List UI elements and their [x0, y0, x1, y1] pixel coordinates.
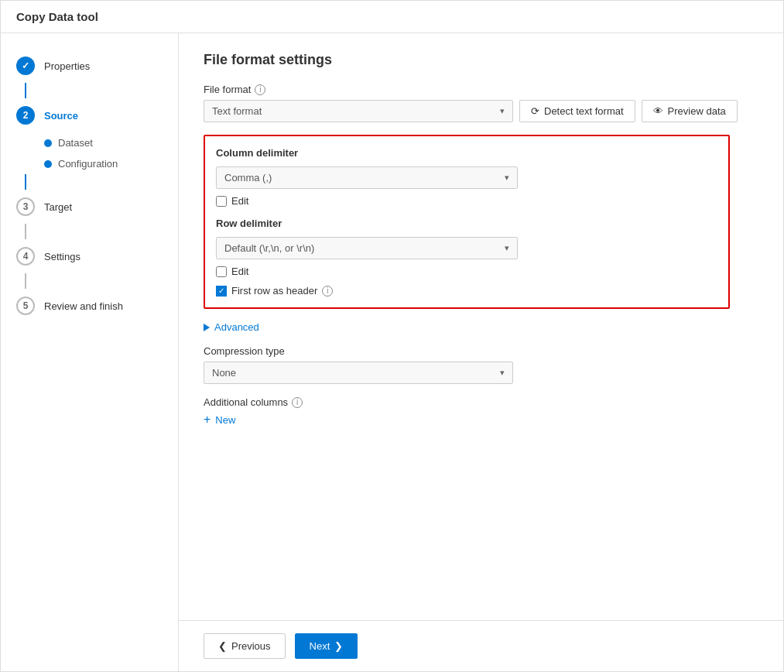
file-format-select[interactable]: Text format ▾ — [204, 100, 513, 122]
step-circle-properties: ✓ — [16, 57, 35, 75]
first-row-header-info-icon[interactable]: i — [322, 286, 333, 297]
first-row-header-label: First row as header — [231, 285, 317, 297]
chevron-right-icon: ❯ — [334, 640, 343, 652]
chevron-left-icon: ❮ — [218, 640, 227, 652]
column-delimiter-label: Column delimiter — [216, 147, 717, 159]
step-circle-target: 3 — [16, 197, 35, 216]
sidebar-label-configuration: Configuration — [58, 158, 118, 170]
column-edit-checkbox-label[interactable]: Edit — [216, 195, 248, 207]
advanced-expand-icon — [204, 324, 210, 331]
sidebar-label-properties: Properties — [44, 60, 90, 72]
step-circle-source: 2 — [16, 106, 35, 125]
step-line-1 — [25, 83, 26, 98]
step-line-3 — [25, 224, 26, 239]
add-column-button[interactable]: + New — [204, 413, 235, 427]
advanced-label: Advanced — [214, 321, 259, 333]
sidebar-label-dataset: Dataset — [58, 137, 93, 149]
additional-columns-info-icon[interactable]: i — [292, 397, 303, 408]
title-bar: Copy Data tool — [1, 1, 783, 33]
delimiter-section: Column delimiter Comma (,) ▾ Edit Row de… — [204, 135, 730, 309]
sidebar-item-review[interactable]: 5 Review and finish — [1, 289, 178, 323]
file-format-info-icon[interactable]: i — [255, 84, 265, 95]
detect-icon: ⟳ — [531, 105, 539, 117]
file-format-label: File format i — [204, 84, 758, 95]
row-edit-checkbox-label[interactable]: Edit — [216, 266, 248, 277]
content-area: File format settings File format i Text … — [179, 33, 783, 671]
row-delimiter-chevron-icon: ▾ — [505, 243, 509, 253]
sidebar-label-target: Target — [44, 201, 72, 213]
row-delimiter-label: Row delimiter — [216, 218, 717, 229]
row-delimiter-select[interactable]: Default (\r,\n, or \r\n) ▾ — [216, 237, 518, 259]
compression-chevron-icon: ▾ — [500, 368, 505, 378]
page-title: File format settings — [204, 52, 758, 68]
sidebar-subitem-dataset[interactable]: Dataset — [1, 132, 178, 153]
advanced-row[interactable]: Advanced — [204, 321, 758, 333]
column-delimiter-chevron-icon: ▾ — [505, 173, 509, 183]
detect-text-format-button[interactable]: ⟳ Detect text format — [519, 100, 635, 122]
row-edit-row: Edit — [216, 266, 717, 277]
file-format-chevron-icon: ▾ — [500, 106, 505, 116]
first-row-header-checkbox[interactable] — [216, 286, 227, 297]
step-circle-settings: 4 — [16, 247, 35, 266]
sidebar-subitem-configuration[interactable]: Configuration — [1, 153, 178, 174]
first-row-header-row: First row as header i — [216, 285, 717, 297]
compression-select[interactable]: None ▾ — [204, 362, 513, 384]
footer: ❮ Previous Next ❯ — [179, 620, 783, 671]
sidebar-item-properties[interactable]: ✓ Properties — [1, 49, 178, 83]
step-circle-review: 5 — [16, 297, 35, 315]
compression-label: Compression type — [204, 345, 758, 357]
next-button[interactable]: Next ❯ — [295, 633, 358, 659]
sidebar-label-source: Source — [44, 110, 78, 122]
sidebar-item-target[interactable]: 3 Target — [1, 190, 178, 224]
column-delimiter-select[interactable]: Comma (,) ▾ — [216, 166, 518, 189]
sidebar-label-review: Review and finish — [44, 300, 123, 312]
plus-icon: + — [204, 413, 211, 427]
previous-button[interactable]: ❮ Previous — [204, 633, 286, 659]
sidebar: ✓ Properties 2 Source Dataset Configurat… — [1, 33, 179, 671]
preview-data-button[interactable]: 👁 Preview data — [642, 100, 738, 122]
column-edit-checkbox[interactable] — [216, 196, 227, 207]
sidebar-label-settings: Settings — [44, 251, 80, 262]
row-edit-checkbox[interactable] — [216, 266, 227, 277]
sub-dot-dataset — [44, 139, 52, 147]
step-line-2 — [25, 174, 26, 190]
sub-dot-configuration — [44, 160, 52, 168]
compression-section: Compression type None ▾ — [204, 345, 758, 384]
additional-columns-section: Additional columns i + New — [204, 396, 758, 427]
additional-columns-label: Additional columns i — [204, 396, 758, 408]
file-format-row: Text format ▾ ⟳ Detect text format 👁 Pre… — [204, 100, 758, 122]
content-body: File format settings File format i Text … — [179, 33, 783, 620]
step-line-4 — [25, 273, 26, 289]
eye-icon: 👁 — [653, 105, 663, 117]
sidebar-item-source[interactable]: 2 Source — [1, 98, 178, 132]
app-title: Copy Data tool — [16, 10, 98, 23]
column-edit-row: Edit — [216, 195, 717, 207]
sidebar-item-settings[interactable]: 4 Settings — [1, 239, 178, 273]
